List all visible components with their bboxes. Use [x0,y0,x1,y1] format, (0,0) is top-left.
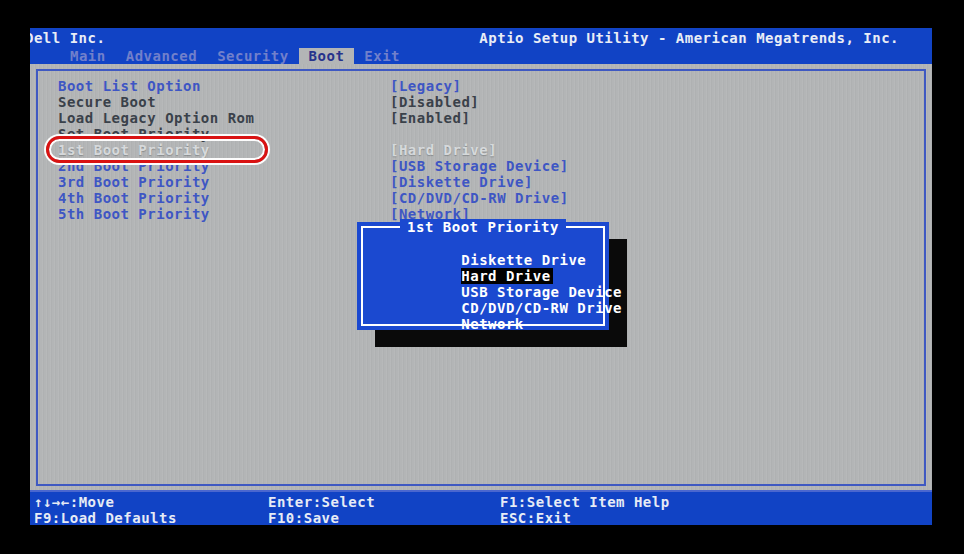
setting-value: [Legacy] [390,78,461,94]
boot-priority-popup: 1st Boot Priority Diskette Drive Hard Dr… [357,222,609,330]
setting-value: [USB Storage Device] [390,158,569,174]
setting-label: Boot List Option [58,78,390,94]
setting-value: [CD/DVD/CD-RW Drive] [390,190,569,206]
hint-f1-select-item-help: F1:Select Item Help [500,494,932,510]
tab-advanced[interactable]: Advanced [116,48,207,64]
popup-option-diskette-drive[interactable]: Diskette Drive [372,236,603,252]
hint-f9-load-defaults: F9:Load Defaults [34,510,268,525]
app-title: Aptio Setup Utility - American Megatrend… [479,30,899,46]
setting-label: 3rd Boot Priority [58,174,390,190]
setting-row-load-legacy-option-rom[interactable]: Load Legacy Option Rom [Enabled] [58,110,918,126]
annotation-red-ellipse [46,136,268,163]
setting-value: [Enabled] [390,110,470,126]
setting-label: 5th Boot Priority [58,206,390,222]
footer-bar: ↑↓→←:Move Enter:Select F1:Select Item He… [30,490,932,525]
setting-label: Secure Boot [58,94,390,110]
setting-value: [Hard Drive] [390,142,497,158]
tab-security[interactable]: Security [207,48,298,64]
setting-row-4th-boot-priority[interactable]: 4th Boot Priority [CD/DVD/CD-RW Drive] [58,190,918,206]
setting-label: Load Legacy Option Rom [58,110,390,126]
setting-value: [Diskette Drive] [390,174,533,190]
bios-screen: Dell Inc. Aptio Setup Utility - American… [30,28,932,525]
popup-title: 1st Boot Priority [363,219,603,235]
setting-value: [Disabled] [390,94,479,110]
footer-row-1: ↑↓→←:Move Enter:Select F1:Select Item He… [34,494,932,510]
tab-main[interactable]: Main [60,48,116,64]
hint-f10-save: F10:Save [268,510,500,525]
setting-row-3rd-boot-priority[interactable]: 3rd Boot Priority [Diskette Drive] [58,174,918,190]
footer-row-2: F9:Load Defaults F10:Save ESC:Exit [34,510,932,525]
hint-move: ↑↓→←:Move [34,494,268,510]
monitor-photo: { "header": { "vendor": "Dell Inc.", "ti… [0,0,964,554]
setting-row-secure-boot[interactable]: Secure Boot [Disabled] [58,94,918,110]
main-panel: Boot List Option [Legacy] Secure Boot [D… [30,64,932,490]
menu-bar: Main Advanced Security Boot Exit [30,48,932,64]
hint-esc-exit: ESC:Exit [500,510,932,525]
vendor-label: Dell Inc. [30,30,105,46]
tab-boot[interactable]: Boot [299,48,355,64]
popup-border-box: 1st Boot Priority Diskette Drive Hard Dr… [361,226,605,326]
tab-exit[interactable]: Exit [354,48,410,64]
title-bar: Dell Inc. Aptio Setup Utility - American… [30,28,932,48]
hint-enter-select: Enter:Select [268,494,500,510]
setting-label: 4th Boot Priority [58,190,390,206]
setting-row-boot-list-option[interactable]: Boot List Option [Legacy] [58,78,918,94]
